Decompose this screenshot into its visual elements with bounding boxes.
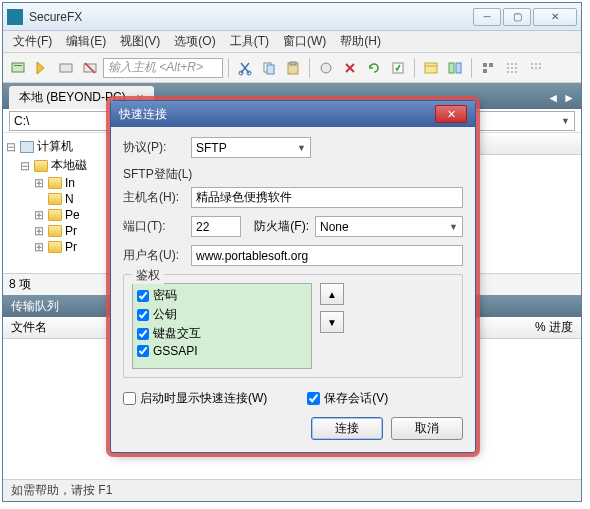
svg-rect-18	[456, 63, 461, 73]
username-input[interactable]: www.portablesoft.org	[191, 245, 463, 266]
firewall-label: 防火墙(F):	[247, 218, 309, 235]
disconnect-icon[interactable]	[79, 57, 101, 79]
view-panes-icon[interactable]	[444, 57, 466, 79]
svg-rect-17	[449, 63, 454, 73]
firewall-select[interactable]: None▼	[315, 216, 463, 237]
svg-rect-21	[483, 69, 487, 73]
protocol-select[interactable]: SFTP▼	[191, 137, 311, 158]
menu-window[interactable]: 窗口(W)	[277, 31, 332, 52]
toolbar: 输入主机 <Alt+R>	[3, 53, 581, 83]
tab-prev-icon[interactable]: ◄	[547, 91, 559, 105]
svg-point-11	[321, 63, 331, 73]
layout1-icon[interactable]	[477, 57, 499, 79]
menu-file[interactable]: 文件(F)	[7, 31, 58, 52]
close-button[interactable]: ✕	[533, 8, 577, 26]
statusbar: 如需帮助，请按 F1	[3, 479, 581, 501]
dialog-close-button[interactable]: ✕	[435, 105, 467, 123]
save-session-check[interactable]: 保存会话(V)	[307, 390, 388, 407]
menu-options[interactable]: 选项(O)	[168, 31, 221, 52]
chevron-down-icon: ▼	[449, 222, 458, 232]
show-on-start-check[interactable]: 启动时显示快速连接(W)	[123, 390, 267, 407]
folder-icon	[48, 225, 62, 237]
menu-view[interactable]: 视图(V)	[114, 31, 166, 52]
connect-button[interactable]: 连接	[311, 417, 383, 440]
reconnect-icon[interactable]	[55, 57, 77, 79]
tree-pane[interactable]: ⊟计算机 ⊟本地磁 ⊞In N ⊞Pe ⊞Pr ⊞Pr	[3, 133, 113, 273]
host-input[interactable]: 输入主机 <Alt+R>	[103, 58, 223, 78]
move-down-button[interactable]: ▼	[320, 311, 344, 333]
layout3-icon[interactable]	[525, 57, 547, 79]
folder-icon	[48, 209, 62, 221]
svg-rect-19	[483, 63, 487, 67]
auth-fieldset: 鉴权 密码 公钥 键盘交互 GSSAPI ▲ ▼	[123, 274, 463, 378]
auth-keyboard-check[interactable]	[137, 328, 149, 340]
tab-next-icon[interactable]: ►	[563, 91, 575, 105]
auth-gssapi-check[interactable]	[137, 345, 149, 357]
view-details-icon[interactable]	[420, 57, 442, 79]
folder-icon	[48, 177, 62, 189]
svg-rect-1	[14, 65, 22, 66]
svg-rect-2	[60, 64, 72, 72]
copy-icon[interactable]	[258, 57, 280, 79]
svg-rect-0	[12, 63, 24, 72]
drive-icon	[34, 160, 48, 172]
paste-icon[interactable]	[282, 57, 304, 79]
titlebar: SecureFX ─ ▢ ✕	[3, 3, 581, 31]
window-title: SecureFX	[29, 10, 473, 24]
hostname-label: 主机名(H):	[123, 189, 185, 206]
svg-rect-20	[489, 63, 493, 67]
menu-edit[interactable]: 编辑(E)	[60, 31, 112, 52]
options-icon[interactable]	[387, 57, 409, 79]
refresh-icon[interactable]	[363, 57, 385, 79]
chevron-down-icon: ▼	[297, 143, 306, 153]
chevron-down-icon[interactable]: ▼	[561, 116, 570, 126]
minimize-button[interactable]: ─	[473, 8, 501, 26]
app-icon	[7, 9, 23, 25]
menubar: 文件(F) 编辑(E) 视图(V) 选项(O) 工具(T) 窗口(W) 帮助(H…	[3, 31, 581, 53]
svg-rect-15	[425, 63, 437, 73]
folder-icon	[48, 193, 62, 205]
menu-tools[interactable]: 工具(T)	[224, 31, 275, 52]
folder-icon	[48, 241, 62, 253]
auth-legend: 鉴权	[132, 267, 164, 284]
auth-password-check[interactable]	[137, 290, 149, 302]
svg-rect-8	[267, 65, 274, 74]
dialog-title: 快速连接	[119, 106, 435, 123]
menu-help[interactable]: 帮助(H)	[334, 31, 387, 52]
auth-list[interactable]: 密码 公钥 键盘交互 GSSAPI	[132, 283, 312, 369]
svg-rect-10	[290, 62, 296, 65]
port-label: 端口(T):	[123, 218, 185, 235]
quick-connect-dialog: 快速连接 ✕ 协议(P): SFTP▼ SFTP登陆(L) 主机名(H): 精品…	[110, 100, 476, 453]
connect-icon[interactable]	[7, 57, 29, 79]
hostname-input[interactable]: 精品绿色便携软件	[191, 187, 463, 208]
computer-icon	[20, 141, 34, 153]
move-up-button[interactable]: ▲	[320, 283, 344, 305]
auth-publickey-check[interactable]	[137, 309, 149, 321]
cut-icon[interactable]	[234, 57, 256, 79]
sftp-login-label: SFTP登陆(L)	[123, 166, 463, 183]
username-label: 用户名(U):	[123, 247, 185, 264]
layout2-icon[interactable]	[501, 57, 523, 79]
delete-icon[interactable]	[339, 57, 361, 79]
cancel-button[interactable]: 取消	[391, 417, 463, 440]
maximize-button[interactable]: ▢	[503, 8, 531, 26]
port-input[interactable]: 22	[191, 216, 241, 237]
protocol-label: 协议(P):	[123, 139, 185, 156]
properties-icon[interactable]	[315, 57, 337, 79]
quick-connect-icon[interactable]	[31, 57, 53, 79]
queue-col-progress[interactable]: % 进度	[513, 319, 573, 336]
